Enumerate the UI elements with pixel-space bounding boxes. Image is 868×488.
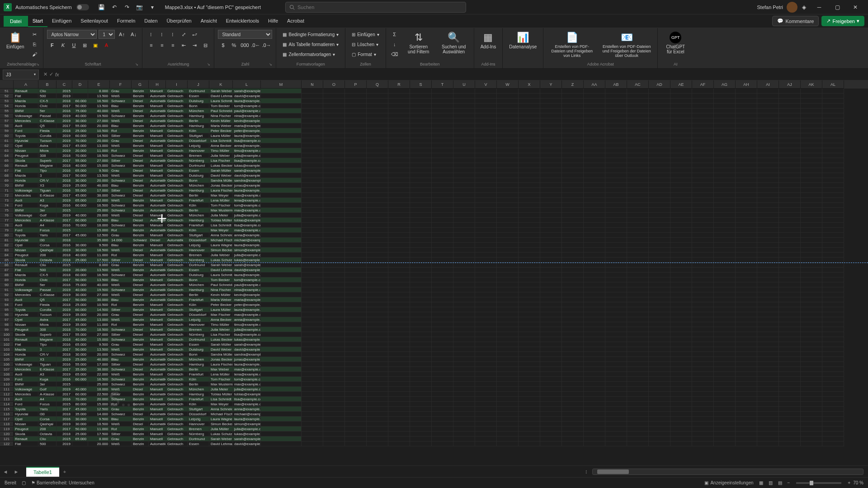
cell[interactable] (584, 253, 605, 258)
cell[interactable] (519, 432, 540, 436)
cell[interactable]: Fiesta (38, 128, 57, 133)
cell[interactable] (453, 357, 475, 362)
cell[interactable] (302, 347, 323, 352)
cell[interactable] (692, 337, 714, 342)
cell[interactable]: 208 (38, 253, 57, 258)
cell[interactable]: Gebrauch (166, 417, 188, 422)
cell[interactable] (801, 277, 822, 282)
cell[interactable]: 40.000 (72, 113, 88, 118)
cell[interactable] (670, 128, 692, 133)
cell[interactable] (345, 317, 367, 322)
cell[interactable]: Blau (110, 103, 132, 108)
cell[interactable] (736, 238, 757, 243)
column-header[interactable]: AB (605, 80, 627, 89)
cell[interactable]: Automatik (149, 272, 166, 277)
cell[interactable] (692, 258, 714, 263)
cell[interactable] (562, 287, 584, 292)
cell[interactable] (779, 267, 801, 272)
cell[interactable] (540, 94, 562, 99)
cell[interactable]: Gebrauch (166, 103, 188, 108)
cell[interactable]: Automatik (149, 158, 166, 163)
cell[interactable]: Benzin (132, 372, 149, 377)
cell[interactable] (345, 312, 367, 317)
cell[interactable] (714, 99, 736, 103)
cell[interactable]: 30.000 (72, 118, 88, 123)
cell[interactable] (822, 436, 844, 441)
cell[interactable]: Hannover (188, 322, 209, 327)
cell[interactable]: 2018 (57, 163, 72, 168)
cell[interactable] (584, 89, 605, 94)
cell[interactable] (519, 322, 540, 327)
cell[interactable] (345, 427, 367, 432)
cell[interactable]: Benzin (132, 148, 149, 153)
cell[interactable] (540, 233, 562, 238)
cell[interactable] (605, 322, 627, 327)
cell[interactable] (367, 243, 388, 248)
cell[interactable] (670, 441, 692, 446)
cell[interactable] (584, 218, 605, 223)
cell[interactable]: Kuga (38, 203, 57, 208)
cell[interactable] (388, 277, 410, 282)
cell[interactable] (584, 367, 605, 372)
cell[interactable] (822, 307, 844, 312)
cell[interactable] (801, 103, 822, 108)
cell[interactable] (692, 317, 714, 322)
scrollbar-thumb[interactable] (597, 469, 629, 474)
cell[interactable] (261, 118, 302, 123)
cell[interactable]: Manuell (149, 337, 166, 342)
cell[interactable]: Gebrauch (166, 243, 188, 248)
cell[interactable]: Volkswage (14, 287, 38, 292)
cell[interactable]: Weiß (110, 292, 132, 297)
cell[interactable] (497, 168, 519, 173)
cell[interactable] (519, 377, 540, 382)
cell[interactable]: 2019 (57, 148, 72, 153)
cell[interactable]: Gebrauch (166, 148, 188, 153)
cell[interactable]: Timo Müller (209, 322, 233, 327)
cell[interactable] (323, 143, 345, 148)
cell[interactable] (670, 287, 692, 292)
cell[interactable] (714, 133, 736, 138)
cell[interactable]: 75.000 (72, 108, 88, 113)
cell[interactable]: Weiß (110, 317, 132, 322)
cell[interactable] (410, 208, 432, 213)
cell[interactable] (649, 422, 670, 427)
cell[interactable] (410, 292, 432, 297)
cell[interactable]: 13.500 (88, 267, 110, 272)
cell[interactable] (432, 178, 453, 183)
cell[interactable]: Mazda (14, 173, 38, 178)
cell[interactable] (649, 203, 670, 208)
cell[interactable] (649, 128, 670, 133)
cell[interactable]: Nissan (14, 248, 38, 253)
cell[interactable] (540, 312, 562, 317)
cell[interactable] (367, 362, 388, 367)
create-pdf-link-button[interactable]: 📄Erstellen von PDF-Dateien und Freigeben… (547, 30, 597, 60)
cell[interactable] (692, 203, 714, 208)
cell[interactable] (649, 402, 670, 407)
cell[interactable] (605, 436, 627, 441)
cell[interactable] (627, 422, 649, 427)
cell[interactable]: Automatik (149, 357, 166, 362)
cancel-formula-icon[interactable]: ✕ (43, 71, 47, 77)
cell[interactable] (302, 258, 323, 263)
cell[interactable] (692, 238, 714, 243)
cell[interactable]: 15.000 (88, 228, 110, 233)
cell[interactable] (410, 307, 432, 312)
cell[interactable]: Julia Müller (209, 427, 233, 432)
cell[interactable] (261, 173, 302, 178)
cell[interactable] (736, 263, 757, 267)
cell[interactable] (627, 228, 649, 233)
cell[interactable] (736, 377, 757, 382)
cell[interactable] (497, 312, 519, 317)
cell[interactable] (261, 436, 302, 441)
cell[interactable] (367, 382, 388, 387)
cell[interactable] (757, 223, 779, 228)
cell[interactable]: 19.500 (88, 287, 110, 292)
row-header[interactable]: 96 (0, 312, 14, 317)
cell[interactable] (540, 372, 562, 377)
cell[interactable]: Laura Fischer (209, 188, 233, 193)
cell[interactable] (584, 143, 605, 148)
cell[interactable] (432, 441, 453, 446)
cell[interactable]: anna@example.com (233, 407, 261, 412)
cell[interactable] (302, 392, 323, 397)
cell[interactable] (670, 108, 692, 113)
